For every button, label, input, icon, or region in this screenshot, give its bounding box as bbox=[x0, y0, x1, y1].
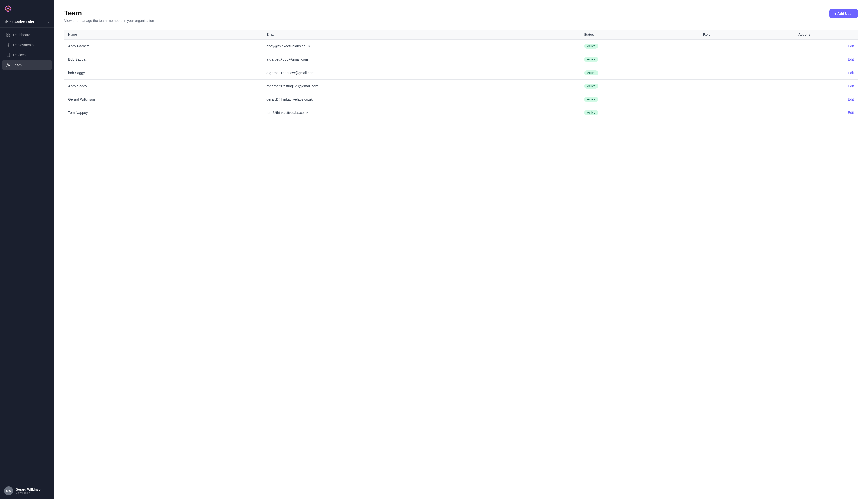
sidebar-item-deployments[interactable]: Deployments bbox=[2, 40, 52, 50]
svg-rect-4 bbox=[9, 35, 10, 37]
deployments-icon bbox=[6, 43, 11, 47]
team-icon bbox=[6, 63, 11, 67]
sidebar-item-devices[interactable]: Devices bbox=[2, 50, 52, 60]
cell-role bbox=[699, 93, 794, 106]
dashboard-icon bbox=[6, 33, 11, 37]
svg-rect-1 bbox=[7, 33, 8, 34]
org-selector[interactable]: Think Active Labs ⌄ bbox=[0, 16, 54, 28]
col-header-actions: Actions bbox=[794, 29, 858, 40]
table-row: bob Saggy atgarbett+bobnew@gmail.com Act… bbox=[64, 66, 858, 80]
table-row: Tom Nappey tom@thinkactivelabs.co.uk Act… bbox=[64, 106, 858, 120]
sidebar-item-label: Deployments bbox=[13, 43, 34, 47]
svg-point-7 bbox=[8, 56, 9, 57]
status-badge: Active bbox=[584, 84, 599, 89]
sidebar-item-dashboard[interactable]: Dashboard bbox=[2, 30, 52, 40]
edit-button[interactable]: Edit bbox=[848, 44, 854, 48]
cell-email: gerard@thinkactivelabs.co.uk bbox=[263, 93, 580, 106]
cell-status: Active bbox=[580, 93, 699, 106]
cell-email: atgarbett+bobnew@gmail.com bbox=[263, 66, 580, 80]
cell-email: atgarbett+bob@gmail.com bbox=[263, 53, 580, 66]
table-header: Name Email Status Role Actions bbox=[64, 29, 858, 40]
cell-name: Andy Garbett bbox=[64, 40, 263, 53]
cell-status: Active bbox=[580, 40, 699, 53]
edit-button[interactable]: Edit bbox=[848, 71, 854, 75]
sidebar-item-team[interactable]: Team bbox=[2, 60, 52, 70]
cell-email: andy@thinkactivelabs.co.uk bbox=[263, 40, 580, 53]
team-table: Name Email Status Role Actions Andy Garb… bbox=[64, 29, 858, 120]
cell-actions: Edit bbox=[794, 106, 858, 120]
status-badge: Active bbox=[584, 97, 599, 102]
cell-role bbox=[699, 106, 794, 120]
col-header-status: Status bbox=[580, 29, 699, 40]
status-badge: Active bbox=[584, 110, 599, 115]
cell-role bbox=[699, 40, 794, 53]
table-row: Bob Saggat atgarbett+bob@gmail.com Activ… bbox=[64, 53, 858, 66]
cell-name: Gerard Wilkinson bbox=[64, 93, 263, 106]
status-badge: Active bbox=[584, 57, 599, 62]
devices-icon bbox=[6, 53, 11, 57]
table-body: Andy Garbett andy@thinkactivelabs.co.uk … bbox=[64, 40, 858, 120]
cell-actions: Edit bbox=[794, 66, 858, 80]
sidebar-item-label: Dashboard bbox=[13, 33, 31, 37]
col-header-name: Name bbox=[64, 29, 263, 40]
cell-status: Active bbox=[580, 66, 699, 80]
avatar: GW bbox=[4, 486, 13, 496]
cell-actions: Edit bbox=[794, 53, 858, 66]
svg-point-5 bbox=[8, 45, 9, 46]
sidebar: Think Active Labs ⌄ Dashboard Deployment… bbox=[0, 0, 54, 499]
table-row: Gerard Wilkinson gerard@thinkactivelabs.… bbox=[64, 93, 858, 106]
svg-point-0 bbox=[7, 8, 9, 9]
col-header-email: Email bbox=[263, 29, 580, 40]
cell-name: bob Saggy bbox=[64, 66, 263, 80]
cell-name: Tom Nappey bbox=[64, 106, 263, 120]
edit-button[interactable]: Edit bbox=[848, 58, 854, 61]
page-title-area: Team View and manage the team members in… bbox=[64, 9, 154, 23]
table-row: Andy Garbett andy@thinkactivelabs.co.uk … bbox=[64, 40, 858, 53]
sidebar-item-label: Devices bbox=[13, 53, 26, 57]
add-user-button[interactable]: + Add User bbox=[829, 9, 858, 18]
table-row: Andy Soggy atgarbett+testing123@gmail.co… bbox=[64, 80, 858, 93]
chevron-down-icon: ⌄ bbox=[47, 20, 50, 24]
cell-name: Andy Soggy bbox=[64, 80, 263, 93]
footer-view-profile-link[interactable]: View Profile bbox=[15, 491, 43, 495]
status-badge: Active bbox=[584, 44, 599, 49]
logo-area bbox=[0, 0, 54, 16]
sidebar-navigation: Dashboard Deployments Devices bbox=[0, 28, 54, 483]
org-name: Think Active Labs bbox=[4, 20, 47, 24]
cell-name: Bob Saggat bbox=[64, 53, 263, 66]
svg-point-8 bbox=[7, 63, 9, 65]
cell-actions: Edit bbox=[794, 40, 858, 53]
app-logo-icon bbox=[4, 4, 12, 13]
cell-status: Active bbox=[580, 53, 699, 66]
svg-point-9 bbox=[9, 64, 10, 65]
cell-role bbox=[699, 53, 794, 66]
col-header-role: Role bbox=[699, 29, 794, 40]
cell-actions: Edit bbox=[794, 93, 858, 106]
footer-user-name: Gerard Wilkinson bbox=[15, 488, 43, 491]
svg-rect-3 bbox=[7, 35, 8, 37]
cell-actions: Edit bbox=[794, 80, 858, 93]
cell-email: atgarbett+testing123@gmail.com bbox=[263, 80, 580, 93]
cell-role bbox=[699, 80, 794, 93]
edit-button[interactable]: Edit bbox=[848, 84, 854, 88]
cell-status: Active bbox=[580, 106, 699, 120]
cell-email: tom@thinkactivelabs.co.uk bbox=[263, 106, 580, 120]
page-title: Team bbox=[64, 9, 154, 17]
edit-button[interactable]: Edit bbox=[848, 111, 854, 115]
page-header: Team View and manage the team members in… bbox=[64, 9, 858, 23]
status-badge: Active bbox=[584, 70, 599, 75]
page-subtitle: View and manage the team members in your… bbox=[64, 19, 154, 23]
cell-role bbox=[699, 66, 794, 80]
main-content: Team View and manage the team members in… bbox=[54, 0, 868, 499]
table-header-row: Name Email Status Role Actions bbox=[64, 29, 858, 40]
sidebar-item-label: Team bbox=[13, 63, 22, 67]
edit-button[interactable]: Edit bbox=[848, 97, 854, 101]
svg-rect-2 bbox=[9, 33, 10, 34]
footer-user-info: Gerard Wilkinson View Profile bbox=[15, 488, 43, 495]
cell-status: Active bbox=[580, 80, 699, 93]
user-profile-footer[interactable]: GW Gerard Wilkinson View Profile bbox=[0, 483, 54, 499]
